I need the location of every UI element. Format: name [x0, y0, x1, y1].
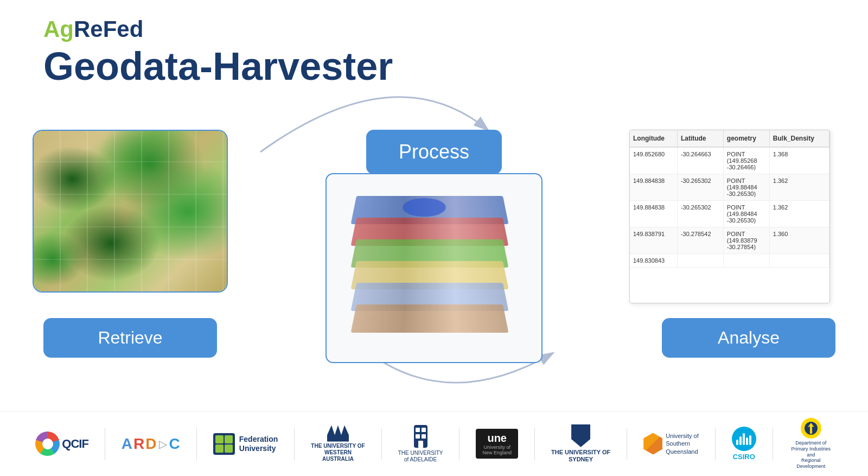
analyse-badge: Analyse: [662, 318, 835, 358]
svg-rect-7: [418, 441, 423, 448]
ard-separator: ▷: [158, 437, 168, 450]
divider-4: [381, 428, 382, 460]
ard-letter-c: C: [169, 435, 180, 453]
dpird-line2: Primary Industries and: [789, 446, 833, 458]
data-table-container: Longitude Latitude geometry Bulk_Density…: [629, 130, 830, 303]
cell-lat-1: -30.264663: [677, 147, 723, 174]
une-container: une University ofNew England: [476, 429, 518, 459]
main-title: Geodata-Harvester: [43, 45, 393, 88]
usq-text: University of Southern Queensland: [666, 432, 699, 455]
csiro-bars-icon: [736, 433, 751, 445]
divider-9: [773, 428, 773, 460]
cell-bd-5: [769, 253, 829, 267]
sat-img-content: [34, 131, 227, 291]
csiro-bar-3: [743, 433, 745, 445]
col-longitude: Longitude: [630, 130, 677, 147]
cell-lon-1: 149.852680: [630, 147, 677, 174]
table-row: 149.884838 -30.265302 POINT(149.88484-30…: [630, 174, 829, 200]
csiro-bar-1: [736, 440, 738, 445]
footer-logos: QCIF A R D ▷ C Federation University: [0, 411, 868, 476]
qcif-text: QCIF: [62, 437, 88, 451]
usq-line1: University of: [666, 432, 699, 440]
logo-adelaide: THE UNIVERSITY of ADELAIDE: [398, 422, 443, 466]
svg-rect-5: [416, 434, 420, 439]
qcif-inner-circle: [42, 439, 53, 449]
logo-ard: A R D ▷ C: [122, 422, 180, 466]
cell-geom-1: POINT(149.85268-30.26466): [723, 147, 769, 174]
logo-qcif: QCIF: [35, 422, 88, 466]
divider-7: [627, 428, 627, 460]
divider-1: [105, 428, 105, 460]
cell-lat-4: -30.278542: [677, 227, 723, 253]
dpird-line3: Regional Development: [789, 458, 833, 469]
cell-bd-2: 1.362: [769, 174, 829, 200]
logo-usq: University of Southern Queensland: [643, 422, 699, 466]
uwa-text: THE UNIVERSITY OF WESTERN AUSTRALIA: [311, 443, 365, 462]
ard-container: A R D ▷ C: [122, 435, 180, 453]
cell-bd-4: 1.360: [769, 227, 829, 253]
ard-letter-r: R: [133, 435, 144, 453]
retrieve-section: Retrieve: [33, 130, 239, 363]
federation-emblem: [213, 433, 235, 455]
usyd-line2: SYDNEY: [551, 456, 610, 463]
une-main-text: une: [482, 432, 512, 445]
process-badge: Process: [366, 130, 502, 174]
divider-8: [715, 428, 716, 460]
uwa-line2: WESTERN: [311, 449, 365, 456]
retrieve-badge: Retrieve: [43, 318, 217, 358]
usyd-line1: THE UNIVERSITY OF: [551, 449, 610, 456]
logo-csiro: CSIRO: [732, 422, 756, 466]
adelaide-text: THE UNIVERSITY of ADELAIDE: [398, 450, 443, 463]
cell-lon-4: 149.838791: [630, 227, 677, 253]
usq-container: University of Southern Queensland: [643, 432, 699, 455]
qcif-logo-container: QCIF: [35, 431, 88, 456]
une-sub-text: University ofNew England: [482, 445, 512, 455]
qcif-circle-icon: [35, 431, 60, 456]
flow-diagram: Retrieve Process Longitude Latitude: [33, 98, 835, 395]
brand-refed: ReFed: [74, 16, 143, 42]
logo-uwa: THE UNIVERSITY OF WESTERN AUSTRALIA: [311, 422, 365, 466]
adelaide-container: THE UNIVERSITY of ADELAIDE: [398, 425, 443, 463]
cell-bd-1: 1.368: [769, 147, 829, 174]
divider-3: [294, 428, 295, 460]
layers-container: [326, 173, 542, 363]
data-table: Longitude Latitude geometry Bulk_Density…: [630, 130, 829, 268]
csiro-bar-5: [749, 435, 751, 445]
dpird-container: Department of Primary Industries and Reg…: [789, 418, 833, 469]
usyd-container: THE UNIVERSITY OF SYDNEY: [551, 424, 610, 463]
svg-rect-4: [422, 428, 426, 432]
logo-dpird: Department of Primary Industries and Reg…: [789, 422, 833, 466]
table-row: 149.838791 -30.278542 POINT(149.83879-30…: [630, 227, 829, 253]
ard-letter-d: D: [145, 435, 156, 453]
dpird-text: Department of Primary Industries and Reg…: [789, 440, 833, 469]
usq-line2: Southern: [666, 440, 699, 447]
uwa-line1: THE UNIVERSITY OF: [311, 443, 365, 449]
csiro-circle-icon: [732, 427, 756, 451]
col-latitude: Latitude: [677, 130, 723, 147]
adl-line1: THE UNIVERSITY: [398, 450, 443, 456]
divider-6: [534, 428, 535, 460]
csiro-text: CSIRO: [732, 453, 756, 461]
process-section: Process: [326, 130, 542, 363]
csiro-bar-2: [739, 436, 742, 445]
usyd-shield-icon: [571, 424, 590, 447]
csiro-container: CSIRO: [732, 427, 756, 461]
cell-lat-3: -30.265302: [677, 200, 723, 227]
svg-rect-9: [810, 426, 812, 434]
adelaide-emblem-icon: [411, 425, 430, 448]
dpird-line1: Department of: [789, 440, 833, 446]
usyd-text: THE UNIVERSITY OF SYDNEY: [551, 449, 610, 463]
cell-lon-3: 149.884838: [630, 200, 677, 227]
cell-lat-2: -30.265302: [677, 174, 723, 200]
brand-name: AgReFed: [43, 16, 393, 42]
logo-une: une University ofNew England: [476, 422, 518, 466]
uwa-line3: AUSTRALIA: [311, 456, 365, 462]
layer-6: [351, 304, 509, 332]
federation-text: Federation University: [239, 435, 278, 453]
dpird-emblem-icon: [801, 418, 821, 439]
col-bulk-density: Bulk_Density: [769, 130, 829, 147]
cell-geom-5: [723, 253, 769, 267]
col-geometry: geometry: [723, 130, 769, 147]
cell-lon-2: 149.884838: [630, 174, 677, 200]
cell-lon-5: 149.830843: [630, 253, 677, 267]
